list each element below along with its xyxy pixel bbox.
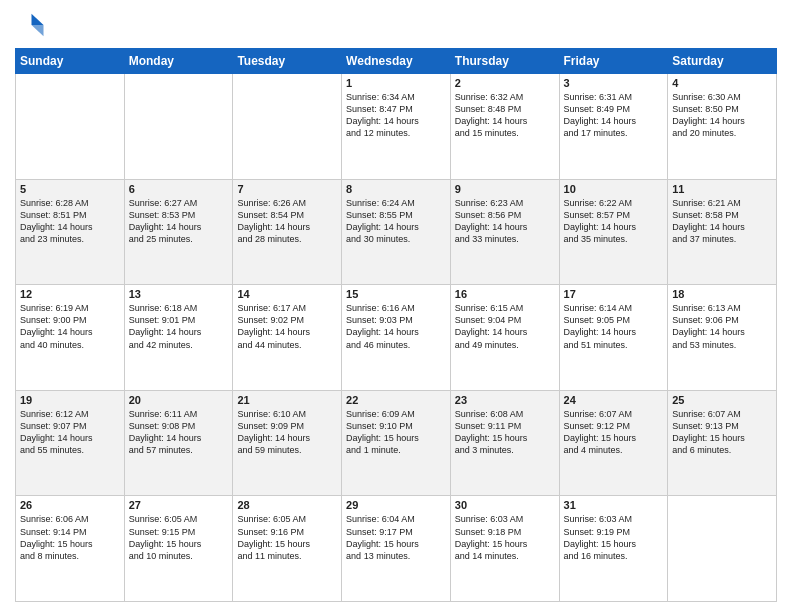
calendar-cell: 14Sunrise: 6:17 AM Sunset: 9:02 PM Dayli… [233, 285, 342, 391]
day-number: 20 [129, 394, 229, 406]
day-number: 1 [346, 77, 446, 89]
calendar-cell: 17Sunrise: 6:14 AM Sunset: 9:05 PM Dayli… [559, 285, 668, 391]
day-info: Sunrise: 6:18 AM Sunset: 9:01 PM Dayligh… [129, 302, 229, 351]
calendar-cell [668, 496, 777, 602]
day-info: Sunrise: 6:05 AM Sunset: 9:15 PM Dayligh… [129, 513, 229, 562]
calendar-cell: 24Sunrise: 6:07 AM Sunset: 9:12 PM Dayli… [559, 390, 668, 496]
logo-icon [15, 10, 45, 40]
day-number: 29 [346, 499, 446, 511]
col-tuesday: Tuesday [233, 49, 342, 74]
calendar-cell: 5Sunrise: 6:28 AM Sunset: 8:51 PM Daylig… [16, 179, 125, 285]
day-info: Sunrise: 6:23 AM Sunset: 8:56 PM Dayligh… [455, 197, 555, 246]
calendar-cell: 30Sunrise: 6:03 AM Sunset: 9:18 PM Dayli… [450, 496, 559, 602]
day-number: 8 [346, 183, 446, 195]
calendar-cell: 1Sunrise: 6:34 AM Sunset: 8:47 PM Daylig… [342, 74, 451, 180]
calendar-cell: 16Sunrise: 6:15 AM Sunset: 9:04 PM Dayli… [450, 285, 559, 391]
day-number: 16 [455, 288, 555, 300]
day-info: Sunrise: 6:16 AM Sunset: 9:03 PM Dayligh… [346, 302, 446, 351]
day-info: Sunrise: 6:21 AM Sunset: 8:58 PM Dayligh… [672, 197, 772, 246]
calendar-cell: 3Sunrise: 6:31 AM Sunset: 8:49 PM Daylig… [559, 74, 668, 180]
day-number: 25 [672, 394, 772, 406]
day-number: 4 [672, 77, 772, 89]
calendar: Sunday Monday Tuesday Wednesday Thursday… [15, 48, 777, 602]
col-friday: Friday [559, 49, 668, 74]
calendar-cell [233, 74, 342, 180]
day-number: 7 [237, 183, 337, 195]
day-info: Sunrise: 6:31 AM Sunset: 8:49 PM Dayligh… [564, 91, 664, 140]
day-info: Sunrise: 6:08 AM Sunset: 9:11 PM Dayligh… [455, 408, 555, 457]
calendar-cell: 31Sunrise: 6:03 AM Sunset: 9:19 PM Dayli… [559, 496, 668, 602]
day-number: 14 [237, 288, 337, 300]
day-number: 10 [564, 183, 664, 195]
calendar-cell: 23Sunrise: 6:08 AM Sunset: 9:11 PM Dayli… [450, 390, 559, 496]
col-thursday: Thursday [450, 49, 559, 74]
calendar-header-row: Sunday Monday Tuesday Wednesday Thursday… [16, 49, 777, 74]
day-number: 28 [237, 499, 337, 511]
logo [15, 10, 49, 40]
day-info: Sunrise: 6:22 AM Sunset: 8:57 PM Dayligh… [564, 197, 664, 246]
header [15, 10, 777, 40]
day-info: Sunrise: 6:06 AM Sunset: 9:14 PM Dayligh… [20, 513, 120, 562]
day-number: 5 [20, 183, 120, 195]
col-saturday: Saturday [668, 49, 777, 74]
calendar-cell: 26Sunrise: 6:06 AM Sunset: 9:14 PM Dayli… [16, 496, 125, 602]
svg-marker-1 [32, 25, 44, 36]
day-number: 23 [455, 394, 555, 406]
day-info: Sunrise: 6:05 AM Sunset: 9:16 PM Dayligh… [237, 513, 337, 562]
day-info: Sunrise: 6:07 AM Sunset: 9:13 PM Dayligh… [672, 408, 772, 457]
day-number: 2 [455, 77, 555, 89]
calendar-cell: 4Sunrise: 6:30 AM Sunset: 8:50 PM Daylig… [668, 74, 777, 180]
col-wednesday: Wednesday [342, 49, 451, 74]
calendar-cell: 21Sunrise: 6:10 AM Sunset: 9:09 PM Dayli… [233, 390, 342, 496]
day-info: Sunrise: 6:04 AM Sunset: 9:17 PM Dayligh… [346, 513, 446, 562]
day-info: Sunrise: 6:03 AM Sunset: 9:18 PM Dayligh… [455, 513, 555, 562]
day-info: Sunrise: 6:30 AM Sunset: 8:50 PM Dayligh… [672, 91, 772, 140]
calendar-week-4: 26Sunrise: 6:06 AM Sunset: 9:14 PM Dayli… [16, 496, 777, 602]
calendar-cell: 11Sunrise: 6:21 AM Sunset: 8:58 PM Dayli… [668, 179, 777, 285]
day-info: Sunrise: 6:19 AM Sunset: 9:00 PM Dayligh… [20, 302, 120, 351]
day-info: Sunrise: 6:14 AM Sunset: 9:05 PM Dayligh… [564, 302, 664, 351]
day-info: Sunrise: 6:11 AM Sunset: 9:08 PM Dayligh… [129, 408, 229, 457]
svg-marker-0 [32, 14, 44, 25]
calendar-cell: 18Sunrise: 6:13 AM Sunset: 9:06 PM Dayli… [668, 285, 777, 391]
calendar-cell: 6Sunrise: 6:27 AM Sunset: 8:53 PM Daylig… [124, 179, 233, 285]
col-monday: Monday [124, 49, 233, 74]
calendar-body: 1Sunrise: 6:34 AM Sunset: 8:47 PM Daylig… [16, 74, 777, 602]
calendar-cell: 25Sunrise: 6:07 AM Sunset: 9:13 PM Dayli… [668, 390, 777, 496]
calendar-cell: 19Sunrise: 6:12 AM Sunset: 9:07 PM Dayli… [16, 390, 125, 496]
calendar-cell [124, 74, 233, 180]
calendar-cell: 28Sunrise: 6:05 AM Sunset: 9:16 PM Dayli… [233, 496, 342, 602]
day-number: 21 [237, 394, 337, 406]
day-info: Sunrise: 6:17 AM Sunset: 9:02 PM Dayligh… [237, 302, 337, 351]
day-info: Sunrise: 6:34 AM Sunset: 8:47 PM Dayligh… [346, 91, 446, 140]
day-number: 22 [346, 394, 446, 406]
day-info: Sunrise: 6:07 AM Sunset: 9:12 PM Dayligh… [564, 408, 664, 457]
day-number: 30 [455, 499, 555, 511]
day-number: 27 [129, 499, 229, 511]
calendar-week-0: 1Sunrise: 6:34 AM Sunset: 8:47 PM Daylig… [16, 74, 777, 180]
calendar-cell: 22Sunrise: 6:09 AM Sunset: 9:10 PM Dayli… [342, 390, 451, 496]
calendar-cell: 27Sunrise: 6:05 AM Sunset: 9:15 PM Dayli… [124, 496, 233, 602]
day-info: Sunrise: 6:13 AM Sunset: 9:06 PM Dayligh… [672, 302, 772, 351]
calendar-cell: 2Sunrise: 6:32 AM Sunset: 8:48 PM Daylig… [450, 74, 559, 180]
calendar-cell: 10Sunrise: 6:22 AM Sunset: 8:57 PM Dayli… [559, 179, 668, 285]
day-number: 3 [564, 77, 664, 89]
day-info: Sunrise: 6:03 AM Sunset: 9:19 PM Dayligh… [564, 513, 664, 562]
col-sunday: Sunday [16, 49, 125, 74]
day-info: Sunrise: 6:12 AM Sunset: 9:07 PM Dayligh… [20, 408, 120, 457]
day-number: 19 [20, 394, 120, 406]
day-number: 12 [20, 288, 120, 300]
calendar-week-1: 5Sunrise: 6:28 AM Sunset: 8:51 PM Daylig… [16, 179, 777, 285]
calendar-cell: 13Sunrise: 6:18 AM Sunset: 9:01 PM Dayli… [124, 285, 233, 391]
day-info: Sunrise: 6:27 AM Sunset: 8:53 PM Dayligh… [129, 197, 229, 246]
day-info: Sunrise: 6:26 AM Sunset: 8:54 PM Dayligh… [237, 197, 337, 246]
calendar-cell: 8Sunrise: 6:24 AM Sunset: 8:55 PM Daylig… [342, 179, 451, 285]
day-info: Sunrise: 6:15 AM Sunset: 9:04 PM Dayligh… [455, 302, 555, 351]
day-number: 6 [129, 183, 229, 195]
calendar-cell: 29Sunrise: 6:04 AM Sunset: 9:17 PM Dayli… [342, 496, 451, 602]
day-info: Sunrise: 6:09 AM Sunset: 9:10 PM Dayligh… [346, 408, 446, 457]
calendar-cell: 12Sunrise: 6:19 AM Sunset: 9:00 PM Dayli… [16, 285, 125, 391]
day-number: 24 [564, 394, 664, 406]
day-info: Sunrise: 6:28 AM Sunset: 8:51 PM Dayligh… [20, 197, 120, 246]
day-info: Sunrise: 6:24 AM Sunset: 8:55 PM Dayligh… [346, 197, 446, 246]
